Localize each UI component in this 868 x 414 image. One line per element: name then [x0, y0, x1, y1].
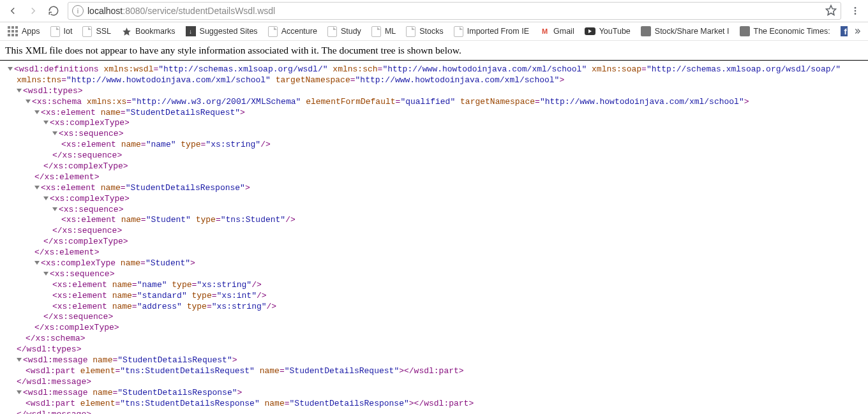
xml-line: <xs:sequence> [3, 205, 865, 216]
svg-point-1 [855, 7, 857, 9]
xml-line: <wsdl:part element="tns:StudentDetailsRe… [3, 399, 865, 410]
bookmark-label: YouTube [599, 27, 631, 36]
site-info-icon[interactable]: i [72, 5, 84, 17]
svg-point-3 [855, 13, 857, 15]
bookmark-item[interactable]: Accenture [263, 25, 322, 38]
youtube-icon [585, 27, 595, 35]
expand-toggle-icon[interactable] [8, 67, 13, 71]
xml-line: <xs:element name="name" type="xs:string"… [3, 140, 865, 151]
bookmark-item[interactable]: Stocks [401, 25, 449, 38]
expand-toggle-icon[interactable] [43, 121, 49, 124]
xml-line: </xs:complexType> [3, 237, 865, 248]
bookmark-item[interactable]: YouTube [580, 26, 636, 37]
nav-back-button[interactable] [4, 2, 22, 20]
bookmark-label: Suggested Sites [200, 27, 258, 36]
xml-line: </xs:sequence> [3, 312, 865, 323]
xml-line: <xs:sequence> [3, 269, 865, 280]
xml-line: <xs:complexType name="Student"> [3, 258, 865, 269]
page-icon [50, 26, 60, 37]
expand-toggle-icon[interactable] [17, 89, 22, 92]
svg-marker-4 [123, 27, 131, 36]
svg-marker-0 [827, 5, 836, 15]
bookmark-label: ML [385, 27, 396, 36]
divider [0, 60, 868, 61]
bookmark-overflow-button[interactable] [849, 27, 864, 36]
apps-label: Apps [22, 27, 40, 36]
xml-line: </xs:element> [3, 248, 865, 258]
expand-toggle-icon[interactable] [26, 100, 31, 103]
xml-line: <wsdl:message name="StudentDetailsRespon… [3, 388, 865, 399]
browser-menu-button[interactable] [846, 2, 864, 20]
apps-button[interactable]: Apps [4, 25, 44, 38]
bookmark-item[interactable]: Study [322, 25, 366, 38]
bookmark-bar: Apps IotSSLBookmarks↓Suggested SitesAcce… [0, 22, 868, 41]
bookmark-item[interactable]: Iot [45, 25, 78, 38]
bookmark-label: SSL [96, 27, 111, 36]
xml-line: </wsdl:message> [3, 377, 865, 388]
xml-line: <wsdl:part element="tns:StudentDetailsRe… [3, 366, 865, 377]
star-icon [121, 26, 131, 36]
page-icon [268, 26, 278, 37]
bookmark-item[interactable]: SSL [77, 25, 116, 38]
browser-toolbar: i localhost:8080/service/studentDetailsW… [0, 0, 868, 22]
xml-line: <xs:complexType> [3, 118, 865, 129]
bookmark-item[interactable]: Bookmarks [116, 25, 181, 38]
expand-toggle-icon[interactable] [43, 272, 49, 276]
bookmark-label: Iot [64, 27, 73, 36]
expand-toggle-icon[interactable] [34, 186, 40, 189]
xml-line: <xs:complexType> [3, 194, 865, 205]
bookmark-label: Stock/Share Market I [655, 27, 730, 36]
generic-icon [641, 26, 651, 36]
bookmark-item[interactable]: Stock/Share Market I [636, 25, 735, 38]
expand-toggle-icon[interactable] [34, 261, 40, 265]
xml-line: <xs:element name="name" type="xs:string"… [3, 280, 865, 291]
bookmark-label: Stocks [419, 27, 444, 36]
page-icon [82, 26, 92, 37]
xml-line: </xs:element> [3, 172, 865, 183]
bookmark-label: Imported From IE [467, 27, 529, 36]
xml-line: <xs:element name="address" type="xs:stri… [3, 302, 865, 313]
page-icon [371, 26, 381, 37]
tile-icon: ↓ [186, 26, 196, 36]
nav-reload-button[interactable] [45, 2, 63, 20]
bookmark-label: Study [341, 27, 361, 36]
xml-line: <wsdl:message name="StudentDetailsReques… [3, 355, 865, 366]
bookmark-item[interactable]: ↓Suggested Sites [181, 25, 263, 38]
bookmark-item[interactable]: MGmail [534, 25, 580, 38]
bookmark-item[interactable]: Imported From IE [449, 25, 534, 38]
expand-toggle-icon[interactable] [52, 131, 57, 135]
xml-line: <xs:schema xmlns:xs="http://www.w3.org/2… [3, 97, 865, 108]
xml-line: <xs:element name="standard" type="xs:int… [3, 291, 865, 302]
page-viewport[interactable]: This XML file does not appear to have an… [0, 41, 868, 414]
generic-icon [740, 26, 750, 36]
address-bar[interactable]: i localhost:8080/service/studentDetailsW… [68, 2, 841, 20]
expand-toggle-icon[interactable] [17, 390, 22, 394]
bookmark-star-icon[interactable] [825, 4, 837, 18]
gmail-icon: M [539, 26, 550, 36]
xml-line: </xs:schema> [3, 334, 865, 344]
xml-line: </xs:sequence> [3, 151, 865, 161]
page-icon [327, 26, 337, 37]
apps-icon [8, 26, 18, 36]
xml-line: xmlns:tns="http://www.howtodoinjava.com/… [3, 75, 865, 86]
page-icon [454, 26, 463, 37]
xml-line: <xs:element name="StudentDetailsRequest"… [3, 108, 865, 119]
xml-line: <wsdl:definitions xmlns:wsdl="http://sch… [3, 64, 865, 75]
bookmark-item[interactable]: ML [366, 25, 401, 38]
address-bar-url: localhost:8080/service/studentDetailsWsd… [87, 6, 275, 16]
bookmark-item[interactable]: The Economic Times: [735, 25, 835, 38]
bookmark-label: Bookmarks [135, 27, 176, 36]
bookmark-label: Gmail [553, 27, 574, 36]
xml-tree: <wsdl:definitions xmlns:wsdl="http://sch… [0, 64, 868, 414]
bookmark-item[interactable]: f [835, 25, 848, 38]
xml-line: <xs:element name="StudentDetailsResponse… [3, 183, 865, 194]
xml-line: </xs:sequence> [3, 226, 865, 237]
expand-toggle-icon[interactable] [17, 358, 22, 362]
bookmark-label: The Economic Times: [754, 27, 830, 36]
expand-toggle-icon[interactable] [52, 207, 57, 211]
fb-icon: f [841, 26, 848, 36]
expand-toggle-icon[interactable] [34, 110, 40, 114]
nav-forward-button[interactable] [24, 2, 42, 20]
xml-line: <xs:sequence> [3, 129, 865, 140]
expand-toggle-icon[interactable] [43, 196, 49, 200]
